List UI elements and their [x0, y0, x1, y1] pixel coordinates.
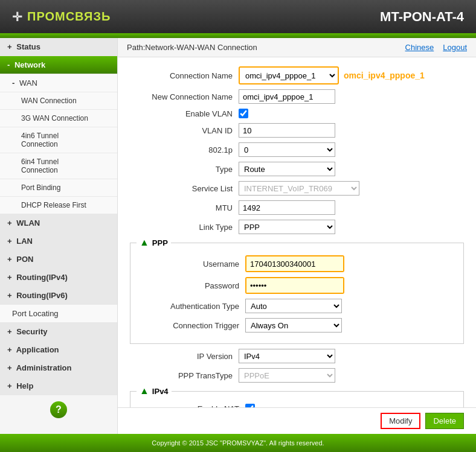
- sidebar-item-wan[interactable]: WAN: [0, 74, 117, 92]
- sidebar-item-port-locating-label: Port Locating: [12, 309, 59, 318]
- mtu-row: MTU: [130, 200, 464, 215]
- green-bar: [0, 33, 476, 38]
- logo: ✛ ПРОМСВЯЗЬ: [12, 10, 111, 24]
- ppp-trans-type-label: PPP TransType: [130, 371, 239, 380]
- ipv4-section-header: ▲ IPv4: [137, 386, 172, 396]
- ipv4-arrow-icon: ▲: [140, 386, 149, 396]
- main-layout: Status Network WAN WAN Connection 3G WAN…: [0, 38, 476, 434]
- sidebar-item-administration-label: Administration: [16, 363, 72, 372]
- sidebar-item-port-locating[interactable]: Port Locating: [0, 305, 117, 323]
- delete-button[interactable]: Delete: [425, 413, 464, 429]
- sidebar-item-6in4[interactable]: 6in4 TunnelConnection: [0, 153, 117, 179]
- vlan-id-label: VLAN ID: [130, 126, 239, 135]
- sidebar-item-status-label: Status: [16, 42, 40, 51]
- link-type-label: Link Type: [130, 223, 239, 232]
- sidebar: Status Network WAN WAN Connection 3G WAN…: [0, 38, 118, 434]
- sidebar-item-routing-ipv6[interactable]: Routing(IPv6): [0, 287, 117, 305]
- new-connection-name-input[interactable]: [239, 89, 335, 104]
- sidebar-item-wan-connection-label: WAN Connection: [21, 97, 77, 105]
- content: Path:Network-WAN-WAN Connection Chinese …: [118, 38, 476, 434]
- dot1p-select[interactable]: 0: [239, 142, 335, 157]
- new-connection-name-row: New Connection Name: [130, 89, 464, 104]
- sidebar-item-pon[interactable]: PON: [0, 250, 117, 269]
- ppp-trans-type-select[interactable]: PPPoE: [239, 368, 335, 383]
- logout-link[interactable]: Logout: [443, 43, 467, 52]
- footer: Copyright © 2015 JSC "PROMSVYAZ". All ri…: [0, 434, 476, 452]
- content-scroll: Connection Name omci_ipv4_pppoe_1 omci_i…: [118, 57, 476, 407]
- sidebar-item-3g-wan-label: 3G WAN Connection: [21, 114, 88, 123]
- sidebar-item-security[interactable]: Security: [0, 323, 117, 341]
- header: ✛ ПРОМСВЯЗЬ MT-PON-AT-4: [0, 0, 476, 33]
- auth-type-select[interactable]: Auto: [245, 299, 342, 313]
- sidebar-item-port-binding[interactable]: Port Binding: [0, 179, 117, 197]
- connection-name-select[interactable]: omci_ipv4_pppoe_1: [240, 68, 337, 83]
- sidebar-item-help-label: Help: [16, 381, 33, 390]
- username-input[interactable]: [246, 256, 343, 271]
- bottom-bar: Modify Delete: [118, 407, 476, 434]
- sidebar-item-dhcp-release[interactable]: DHCP Release First: [0, 197, 117, 214]
- ip-version-row: IP Version IPv4: [130, 349, 464, 363]
- path-links: Chinese Logout: [405, 43, 467, 52]
- password-label: Password: [137, 281, 245, 290]
- enable-vlan-checkbox[interactable]: [239, 109, 248, 118]
- dot1p-row: 802.1p 0: [130, 142, 464, 157]
- sidebar-item-wlan[interactable]: WLAN: [0, 214, 117, 232]
- sidebar-item-lan-label: LAN: [16, 237, 33, 246]
- ip-version-select[interactable]: IPv4: [239, 349, 335, 363]
- sidebar-item-network[interactable]: Network: [0, 56, 117, 74]
- password-input[interactable]: [246, 278, 343, 293]
- service-list-row: Service List INTERNET_VoIP_TR069: [130, 181, 464, 196]
- ppp-section-content: Username Password: [130, 243, 463, 343]
- connection-trigger-select[interactable]: Always On: [245, 318, 342, 333]
- new-connection-name-label: New Connection Name: [130, 92, 239, 101]
- help-button[interactable]: ?: [50, 401, 67, 418]
- sidebar-item-lan[interactable]: LAN: [0, 232, 117, 250]
- sidebar-item-application[interactable]: Application: [0, 341, 117, 359]
- sidebar-item-wan-connection[interactable]: WAN Connection: [0, 92, 117, 110]
- sidebar-item-3g-wan[interactable]: 3G WAN Connection: [0, 110, 117, 127]
- vlan-id-row: VLAN ID: [130, 123, 464, 138]
- connection-name-highlight-box: omci_ipv4_pppoe_1: [239, 66, 339, 84]
- username-label: Username: [137, 259, 245, 269]
- service-list-select[interactable]: INTERNET_VoIP_TR069: [239, 181, 359, 196]
- logo-icon: ✛: [12, 10, 22, 24]
- enable-nat-checkbox[interactable]: [245, 404, 255, 407]
- modify-button[interactable]: Modify: [381, 413, 420, 429]
- link-type-select[interactable]: PPP: [239, 220, 335, 234]
- auth-type-row: Authentication Type Auto: [137, 299, 457, 313]
- ppp-section-label: PPP: [152, 238, 168, 247]
- sidebar-item-routing-ipv4[interactable]: Routing(IPv4): [0, 269, 117, 287]
- enable-nat-label: Enable NAT: [137, 404, 245, 408]
- type-select[interactable]: Route: [239, 162, 335, 176]
- vlan-id-input[interactable]: [239, 123, 335, 138]
- auth-type-label: Authentication Type: [137, 302, 245, 311]
- logo-text: ПРОМСВЯЗЬ: [27, 10, 111, 24]
- sidebar-item-4in6[interactable]: 4in6 TunnelConnection: [0, 127, 117, 153]
- connection-name-row: Connection Name omci_ipv4_pppoe_1 omci_i…: [130, 66, 464, 84]
- sidebar-item-dhcp-release-label: DHCP Release First: [21, 201, 86, 209]
- path-text: Path:Network-WAN-WAN Connection: [127, 43, 257, 52]
- ppp-arrow-icon: ▲: [140, 237, 149, 248]
- ip-version-label: IP Version: [130, 352, 239, 361]
- path-bar: Path:Network-WAN-WAN Connection Chinese …: [118, 38, 476, 57]
- sidebar-item-routing-ipv6-label: Routing(IPv6): [16, 291, 68, 300]
- ipv4-section-content: Enable NAT: [130, 392, 463, 407]
- sidebar-item-application-label: Application: [16, 345, 59, 354]
- sidebar-item-4in6-label: 4in6 TunnelConnection: [21, 132, 59, 148]
- sidebar-item-administration[interactable]: Administration: [0, 359, 117, 377]
- sidebar-item-help[interactable]: Help: [0, 377, 117, 395]
- form-area: Connection Name omci_ipv4_pppoe_1 omci_i…: [118, 57, 476, 407]
- enable-vlan-label: Enable VLAN: [130, 109, 239, 118]
- ppp-section: ▲ PPP Username: [130, 243, 464, 344]
- enable-vlan-row: Enable VLAN: [130, 109, 464, 118]
- sidebar-item-status[interactable]: Status: [0, 38, 117, 56]
- dot1p-label: 802.1p: [130, 145, 239, 154]
- connection-name-label: Connection Name: [130, 71, 239, 80]
- sidebar-item-pon-label: PON: [16, 255, 33, 264]
- footer-copyright: Copyright © 2015 JSC "PROMSVYAZ". All ri…: [152, 439, 324, 447]
- sidebar-item-routing-ipv4-label: Routing(IPv4): [16, 273, 68, 282]
- username-highlight-box: [245, 255, 344, 272]
- mtu-input[interactable]: [239, 200, 335, 215]
- chinese-link[interactable]: Chinese: [405, 43, 434, 52]
- mtu-label: MTU: [130, 203, 239, 212]
